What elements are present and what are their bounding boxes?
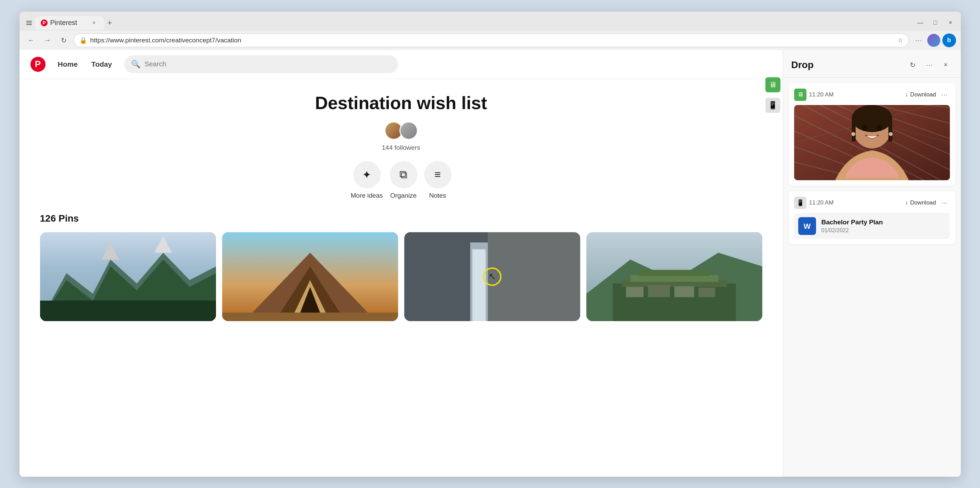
back-button[interactable]: ← [24,33,38,47]
drop-image-preview [794,105,950,180]
drop-item-2-timestamp: 11:20 AM [809,200,903,206]
refresh-button[interactable]: ↻ [57,33,71,47]
window-controls: — □ × [913,17,958,29]
notes-button[interactable]: ≡ Notes [424,161,452,200]
pins-grid: ↖ [40,232,762,321]
file-date: 01/02/2022 [821,227,946,234]
phone-device-button[interactable]: 📱 [765,98,780,113]
nav-link-home[interactable]: Home [52,57,83,72]
file-type-icon: W [798,217,816,235]
drop-item-1-device-icon: 🖥 [794,89,807,101]
svg-point-48 [862,125,868,131]
download-icon: ↓ [905,91,908,98]
drop-close-button[interactable]: × [939,58,953,72]
file-name: Bachelor Party Plan [821,219,946,226]
svg-rect-47 [888,118,892,142]
board-title: Destination wish list [40,93,762,113]
notes-label: Notes [429,192,446,200]
pinterest-search-bar[interactable]: 🔍 [124,55,398,73]
drop-item-1-header: 🖥 11:20 AM ↓ Download ⋯ [794,89,950,101]
drop-item-1-more-button[interactable]: ⋯ [939,89,950,100]
pin-card-2[interactable] [222,232,398,321]
drop-panel: 🖥 📱 Drop ↻ ⋯ × 🖥 11:20 AM [783,50,961,477]
more-ideas-label: More ideas [351,192,383,200]
nav-link-today[interactable]: Today [86,57,118,72]
svg-text:P: P [43,20,46,25]
browser-chrome: P Pinterest × + — □ × ← → ↻ 🔒 https://ww… [19,12,961,50]
pin-card-1[interactable] [40,232,216,321]
svg-rect-0 [26,21,32,22]
drop-item-2-download-button[interactable]: ↓ Download [905,200,936,206]
pinterest-nav: P Home Today 🔍 [19,50,783,79]
svg-rect-46 [852,118,855,142]
pinterest-logo[interactable]: P [30,57,46,72]
search-icon: 🔍 [131,60,140,69]
ellipsis-button[interactable]: ⋯ [912,33,925,47]
board-title-section: Destination wish list 144 followers ✦ [40,93,762,200]
svg-rect-27 [639,270,710,276]
svg-text:W: W [803,222,811,230]
pinterest-favicon: P [41,19,48,26]
browser-tab-pinterest[interactable]: P Pinterest × [35,16,104,30]
bing-button[interactable]: b [942,33,956,47]
new-tab-button[interactable]: + [104,17,116,29]
maximize-button[interactable]: □ [929,17,942,29]
board-actions: ✦ More ideas ⧉ Organize ≡ Notes [40,161,762,200]
forward-button[interactable]: → [41,33,54,47]
more-ideas-button[interactable]: ✦ More ideas [351,161,383,200]
cursor-indicator: ↖ [483,268,501,286]
organize-label: Organize [390,192,417,200]
pin-image-machu [586,232,762,321]
address-bar[interactable]: 🔒 https://www.pinterest.com/creativeconc… [73,33,909,47]
tab-close-button[interactable]: × [90,19,98,27]
svg-rect-2 [26,24,32,25]
drop-item-2-more-button[interactable]: ⋯ [939,197,950,208]
more-ideas-icon: ✦ [353,161,381,189]
download-icon-2: ↓ [905,200,908,206]
drop-panel-header: Drop ↻ ⋯ × [783,50,961,78]
drop-panel-title: Drop [791,60,906,70]
organize-icon: ⧉ [390,161,417,189]
svg-point-49 [876,125,882,131]
pinterest-main: P Home Today 🔍 Destination wish list [19,50,783,477]
drop-refresh-button[interactable]: ↻ [906,58,920,72]
url-text: https://www.pinterest.com/creativeconcep… [91,36,894,44]
svg-point-50 [851,132,855,136]
pinterest-nav-links: Home Today [52,57,118,72]
drop-more-button[interactable]: ⋯ [923,58,936,72]
collaborator-avatar-2 [399,121,418,140]
board-content: Destination wish list 144 followers ✦ [19,79,783,477]
svg-rect-10 [40,301,216,321]
profile-avatar[interactable] [927,34,940,47]
organize-button[interactable]: ⧉ Organize [390,161,417,200]
search-input[interactable] [145,60,391,68]
nav-extras: ⋯ b [912,33,956,47]
drop-item-2-header: 📱 11:20 AM ↓ Download ⋯ [794,196,950,209]
svg-rect-1 [26,22,32,23]
file-info: Bachelor Party Plan 01/02/2022 [821,219,946,234]
browser-tab-bar: P Pinterest × + — □ × [19,12,961,31]
svg-rect-28 [626,287,643,297]
svg-point-51 [889,132,892,136]
drop-item-file: 📱 11:20 AM ↓ Download ⋯ W [789,191,955,244]
notes-icon: ≡ [424,161,452,189]
cursor-arrow-icon: ↖ [488,271,496,282]
drop-file-preview: W Bachelor Party Plan 01/02/2022 [794,213,950,239]
drop-header-actions: ↻ ⋯ × [906,58,953,72]
minimize-button[interactable]: — [913,17,927,29]
drop-item-1-download-button[interactable]: ↓ Download [905,91,936,98]
svg-rect-16 [222,312,398,321]
star-icon[interactable]: ☆ [897,36,903,44]
pin-card-4[interactable] [586,232,762,321]
pin-card-3[interactable]: ↖ [404,232,580,321]
tab-menu-button[interactable] [23,17,35,29]
monitor-device-button[interactable]: 🖥 [765,77,780,92]
svg-rect-21 [473,249,486,321]
svg-rect-29 [648,285,670,297]
browser-nav-bar: ← → ↻ 🔒 https://www.pinterest.com/creati… [19,31,961,50]
pin-image-mountains [40,232,216,321]
svg-point-45 [852,105,892,132]
lock-icon: 🔒 [80,36,87,44]
drop-item-2-device-icon: 📱 [794,196,807,209]
close-window-button[interactable]: × [944,17,958,29]
